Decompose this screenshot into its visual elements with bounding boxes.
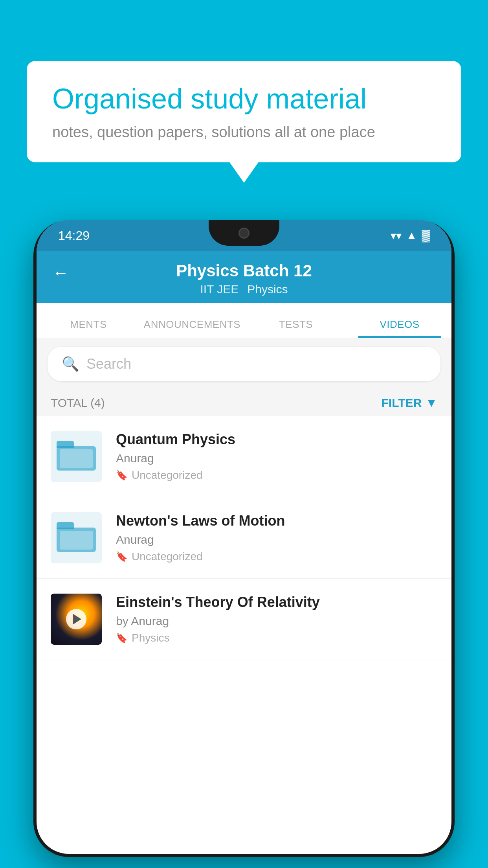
folder-icon (57, 441, 96, 472)
item-author: by Anurag (116, 614, 437, 628)
headline: Organised study material (52, 83, 436, 115)
tabs-container: MENTS ANNOUNCEMENTS TESTS VIDEOS (37, 303, 451, 338)
tab-tests[interactable]: TESTS (244, 318, 348, 338)
video-thumbnail-image (51, 594, 102, 645)
item-author: Anurag (116, 533, 437, 546)
item-tag: 🔖 Physics (116, 632, 437, 644)
play-button[interactable] (66, 609, 86, 629)
play-triangle-icon (73, 614, 81, 625)
item-info: Newton's Laws of Motion Anurag 🔖 Uncateg… (116, 513, 437, 563)
search-container: 🔍 Search (37, 338, 451, 390)
speech-bubble-container: Organised study material notes, question… (27, 61, 461, 162)
tab-videos[interactable]: VIDEOS (348, 318, 451, 338)
item-title: Quantum Physics (116, 431, 437, 448)
item-thumbnail (51, 512, 102, 563)
subtitle-left: IIT JEE (200, 283, 238, 296)
item-tag: 🔖 Uncategorized (116, 550, 437, 563)
list-item[interactable]: Einstein's Theory Of Relativity by Anura… (37, 579, 451, 660)
signal-icon: ▲ (406, 229, 417, 242)
tag-label: Uncategorized (132, 550, 203, 563)
tag-icon: 🔖 (116, 551, 128, 562)
item-thumbnail (51, 594, 102, 645)
speech-bubble: Organised study material notes, question… (27, 61, 461, 162)
filter-label: FILTER (382, 396, 422, 410)
tag-icon: 🔖 (116, 633, 128, 644)
back-button[interactable]: ← (52, 263, 69, 282)
folder-icon (57, 522, 96, 554)
item-info: Quantum Physics Anurag 🔖 Uncategorized (116, 431, 437, 482)
list-item[interactable]: Newton's Laws of Motion Anurag 🔖 Uncateg… (37, 497, 451, 579)
tag-label: Physics (132, 632, 169, 644)
tab-announcements[interactable]: ANNOUNCEMENTS (140, 318, 244, 338)
wifi-icon: ▾▾ (391, 229, 402, 242)
search-icon: 🔍 (62, 356, 79, 372)
total-label: TOTAL (4) (51, 396, 105, 410)
search-bar[interactable]: 🔍 Search (48, 347, 440, 381)
item-title: Einstein's Theory Of Relativity (116, 594, 437, 611)
item-info: Einstein's Theory Of Relativity by Anura… (116, 594, 437, 644)
tag-label: Uncategorized (132, 469, 203, 482)
filter-bar: TOTAL (4) FILTER ▼ (37, 390, 451, 416)
tab-ments[interactable]: MENTS (37, 318, 140, 338)
item-tag: 🔖 Uncategorized (116, 469, 437, 482)
item-title: Newton's Laws of Motion (116, 513, 437, 529)
video-list: Quantum Physics Anurag 🔖 Uncategorized (37, 416, 451, 660)
phone: 14:29 ▾▾ ▲ ▓ ← Physics Batch 12 IIT JEE … (33, 220, 455, 857)
filter-button[interactable]: FILTER ▼ (382, 396, 437, 410)
search-input[interactable]: Search (86, 356, 131, 372)
tag-icon: 🔖 (116, 470, 128, 481)
filter-icon: ▼ (426, 396, 437, 410)
subtext: notes, question papers, solutions all at… (52, 124, 436, 141)
item-thumbnail (51, 431, 102, 482)
phone-wrapper: 14:29 ▾▾ ▲ ▓ ← Physics Batch 12 IIT JEE … (33, 220, 455, 868)
battery-icon: ▓ (422, 229, 430, 242)
app-bar-title: Physics Batch 12 (176, 261, 312, 280)
status-icons: ▾▾ ▲ ▓ (391, 229, 430, 242)
status-time: 14:29 (58, 228, 90, 243)
phone-notch (209, 220, 279, 246)
item-author: Anurag (116, 452, 437, 465)
app-bar-subtitle: IIT JEE Physics (200, 283, 288, 296)
list-item[interactable]: Quantum Physics Anurag 🔖 Uncategorized (37, 416, 451, 497)
phone-screen: 14:29 ▾▾ ▲ ▓ ← Physics Batch 12 IIT JEE … (37, 220, 451, 854)
camera (238, 228, 250, 239)
subtitle-right: Physics (247, 283, 288, 296)
